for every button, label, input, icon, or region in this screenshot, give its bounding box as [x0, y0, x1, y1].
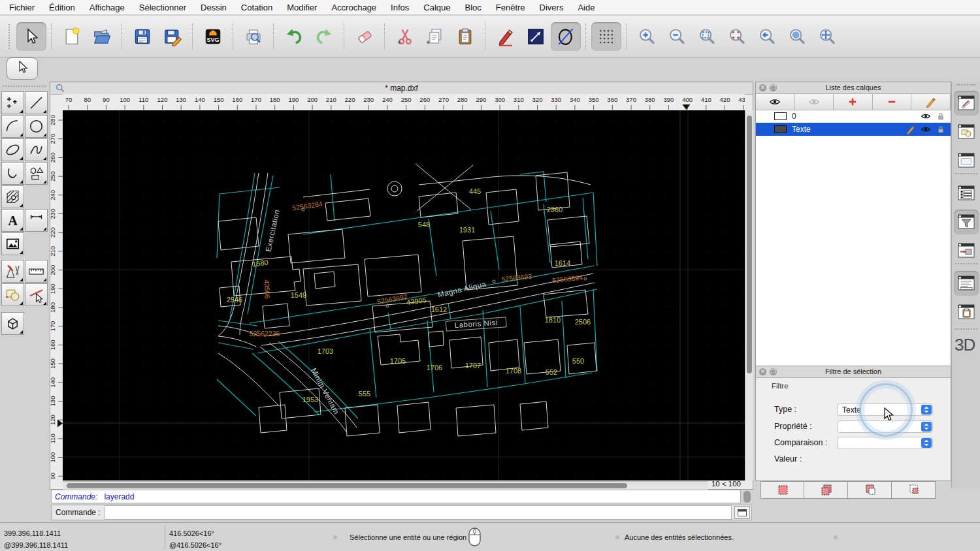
- tool-3d-box-button[interactable]: [1, 312, 24, 335]
- cut-button[interactable]: [390, 22, 420, 51]
- paste-button[interactable]: [450, 22, 480, 51]
- menu-item-dition[interactable]: Édition: [49, 3, 75, 12]
- menu-item-bloc[interactable]: Bloc: [465, 3, 481, 12]
- erase-button[interactable]: [350, 22, 380, 51]
- drawing-canvas[interactable]: 4452360548193116141580254615494390516121…: [63, 110, 745, 480]
- menu-item-aide[interactable]: Aide: [578, 3, 595, 12]
- dropdown-stepper-icon[interactable]: [921, 422, 932, 432]
- tool-line-button[interactable]: [25, 91, 48, 114]
- zoom-auto-button[interactable]: [692, 22, 722, 51]
- zoom-out-button[interactable]: [662, 22, 692, 51]
- select-intersect-button[interactable]: [892, 481, 936, 499]
- tool-spline-button[interactable]: [25, 138, 48, 161]
- filter-dropdown[interactable]: [837, 437, 933, 449]
- layer-row-texte[interactable]: Texte: [756, 123, 951, 136]
- close-icon[interactable]: ✕: [759, 84, 766, 91]
- command-options-panel-toggle-button[interactable]: [954, 181, 979, 206]
- dropdown-stepper-icon[interactable]: [921, 405, 932, 415]
- layer-visibility-icon[interactable]: [921, 124, 931, 134]
- select-add-button[interactable]: [804, 481, 848, 499]
- menu-item-fentre[interactable]: Fenêtre: [496, 3, 525, 12]
- tool-selection-button[interactable]: [1, 283, 24, 306]
- tool-points-button[interactable]: [1, 91, 24, 114]
- current-tool-select-arrow-button[interactable]: [7, 57, 38, 80]
- selection-filter-panel-toggle-button[interactable]: [954, 210, 979, 234]
- new-file-button[interactable]: [57, 22, 87, 51]
- command-input[interactable]: [105, 505, 732, 520]
- tool-circle-button[interactable]: [25, 115, 48, 138]
- v-scroll-thumb[interactable]: [747, 116, 752, 373]
- close-icon[interactable]: ✕: [759, 368, 766, 375]
- layer-lock-icon[interactable]: [936, 124, 946, 134]
- menu-item-fichier[interactable]: Fichier: [9, 3, 35, 12]
- menu-item-modifier[interactable]: Modifier: [287, 3, 317, 12]
- dock-drag-handle[interactable]: [957, 84, 975, 86]
- library-browser-panel-toggle-button[interactable]: [954, 148, 979, 173]
- circle-slash-button[interactable]: [551, 22, 581, 51]
- dropdown-stepper-icon[interactable]: [921, 438, 932, 448]
- detach-icon[interactable]: ❐: [770, 84, 777, 91]
- tool-delete-button[interactable]: [25, 283, 48, 306]
- filter-dropdown[interactable]: Texte: [837, 403, 933, 416]
- menu-item-cotation[interactable]: Cotation: [241, 3, 272, 12]
- pen-settings-panel-toggle-button[interactable]: [954, 238, 979, 263]
- redo-button[interactable]: [309, 22, 339, 51]
- block-list-panel-toggle-button[interactable]: [954, 119, 979, 144]
- hide-all-layers-button[interactable]: [795, 94, 834, 110]
- zoom-in-button[interactable]: [632, 22, 662, 51]
- filter-dropdown[interactable]: [837, 420, 933, 433]
- open-file-button[interactable]: [87, 22, 117, 51]
- menu-item-calque[interactable]: Calque: [423, 3, 450, 12]
- menu-item-dessin[interactable]: Dessin: [201, 3, 227, 12]
- layer-list-panel-toggle-button[interactable]: [954, 91, 979, 116]
- menu-item-divers[interactable]: Divers: [540, 3, 564, 12]
- undo-button[interactable]: [279, 22, 309, 51]
- panel-3d-label[interactable]: 3D: [955, 335, 975, 355]
- tool-dimension-button[interactable]: [25, 209, 48, 232]
- layer-lock-icon[interactable]: [936, 111, 946, 121]
- menu-item-accrochage[interactable]: Accrochage: [331, 3, 376, 12]
- show-all-layers-button[interactable]: [756, 94, 795, 110]
- zoom-window-button[interactable]: [782, 22, 812, 51]
- add-layer-button[interactable]: [834, 94, 873, 110]
- grid-toggle-button[interactable]: [591, 22, 621, 51]
- tool-shapes-button[interactable]: [25, 162, 48, 185]
- tool-ellipse-button[interactable]: [1, 138, 24, 161]
- draw-pen-button[interactable]: [491, 22, 521, 51]
- edit-layer-button[interactable]: [911, 94, 951, 110]
- tool-measure-button[interactable]: [25, 260, 48, 283]
- save-as-button[interactable]: [157, 22, 188, 51]
- zoom-select-button[interactable]: [722, 22, 752, 51]
- layer-row-0[interactable]: 0: [756, 110, 951, 123]
- tool-modify-button[interactable]: [1, 260, 24, 283]
- toolbar-drag-handle[interactable]: [8, 24, 12, 49]
- command-history-scrollbar[interactable]: [743, 491, 751, 503]
- detach-icon[interactable]: ❐: [770, 368, 777, 375]
- layer-visibility-icon[interactable]: [921, 111, 931, 121]
- canvas-vertical-scrollbar[interactable]: [745, 110, 753, 480]
- clipboard-panel-toggle-button[interactable]: [954, 300, 979, 324]
- zoom-pan-button[interactable]: [812, 22, 842, 51]
- menu-item-slectionner[interactable]: Sélectionner: [139, 3, 186, 12]
- save-button[interactable]: [127, 22, 157, 51]
- palette-drag-handle[interactable]: [3, 86, 46, 89]
- copy-button[interactable]: [420, 22, 450, 51]
- select-subtract-button[interactable]: [848, 481, 892, 499]
- canvas-horizontal-scrollbar[interactable]: [63, 481, 708, 490]
- line-draw-button[interactable]: [521, 22, 551, 51]
- command-line-panel-toggle-button[interactable]: [954, 271, 979, 296]
- menu-item-affichage[interactable]: Affichage: [90, 3, 125, 12]
- h-scroll-thumb[interactable]: [67, 483, 627, 488]
- tool-arc-button[interactable]: [1, 115, 24, 138]
- command-detach-button[interactable]: [734, 506, 750, 519]
- tool-image-button[interactable]: [1, 232, 24, 255]
- remove-layer-button[interactable]: [873, 94, 912, 110]
- tool-hatch-button[interactable]: [1, 185, 24, 208]
- svg-export-button[interactable]: SVG: [198, 22, 228, 51]
- print-preview-button[interactable]: [238, 22, 269, 51]
- tool-polyline-button[interactable]: [1, 162, 24, 185]
- zoom-previous-button[interactable]: [752, 22, 782, 51]
- layer-edit-pencil-icon[interactable]: [906, 124, 916, 134]
- menu-item-infos[interactable]: Infos: [391, 3, 409, 12]
- select-all-button[interactable]: [760, 481, 804, 499]
